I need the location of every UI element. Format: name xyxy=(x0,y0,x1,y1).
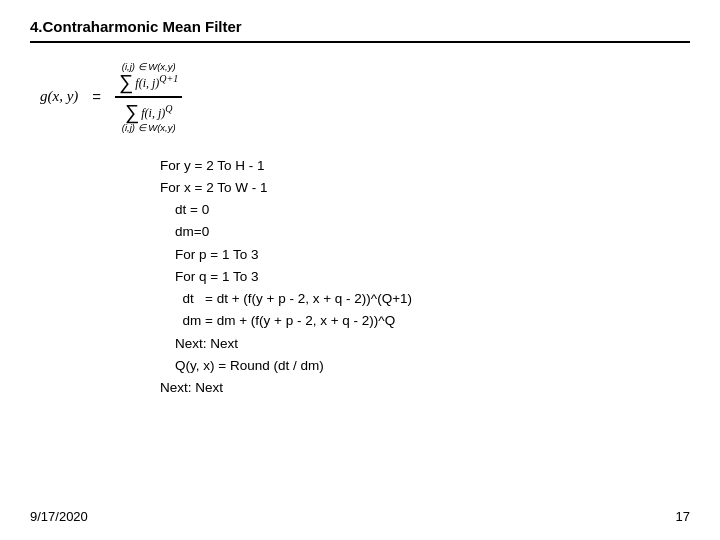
formula-row: g(x, y) = (i,j) ∈ W(x,y) ∑ f(i, j)Q+1 xyxy=(40,59,690,135)
code-line: For y = 2 To H - 1 xyxy=(160,155,690,177)
denominator-sum-symbol: ∑ xyxy=(125,102,139,122)
numerator-func: f(i, j)Q+1 xyxy=(135,73,178,91)
formula-gxy: g(x, y) xyxy=(40,88,78,105)
code-line: For x = 2 To W - 1 xyxy=(160,177,690,199)
footer: 9/17/2020 17 xyxy=(30,509,690,524)
fraction: (i,j) ∈ W(x,y) ∑ f(i, j)Q+1 ∑ f(i, j)Q xyxy=(115,59,182,135)
code-line: Next: Next xyxy=(160,377,690,399)
header-section: 4.Contraharmonic Mean Filter xyxy=(30,18,690,43)
code-block: For y = 2 To H - 1For x = 2 To W - 1 dt … xyxy=(160,155,690,400)
numerator-sum-symbol: ∑ xyxy=(119,72,133,92)
denominator-func: f(i, j)Q xyxy=(141,103,172,121)
footer-page: 17 xyxy=(676,509,690,524)
page-container: 4.Contraharmonic Mean Filter g(x, y) = (… xyxy=(0,0,720,540)
denominator-subscript: (i,j) ∈ W(x,y) xyxy=(122,122,176,133)
code-line: For p = 1 To 3 xyxy=(160,244,690,266)
fraction-line xyxy=(115,96,182,98)
numerator: (i,j) ∈ W(x,y) ∑ f(i, j)Q+1 xyxy=(115,59,182,94)
code-line: dm=0 xyxy=(160,221,690,243)
footer-date: 9/17/2020 xyxy=(30,509,88,524)
equals-sign: = xyxy=(92,88,101,105)
code-line: For q = 1 To 3 xyxy=(160,266,690,288)
denominator: ∑ f(i, j)Q (i,j) ∈ W(x,y) xyxy=(118,100,180,135)
code-line: Q(y, x) = Round (dt / dm) xyxy=(160,355,690,377)
code-line: dm = dm + (f(y + p - 2, x + q - 2))^Q xyxy=(160,310,690,332)
code-line: dt = dt + (f(y + p - 2, x + q - 2))^(Q+1… xyxy=(160,288,690,310)
code-line: Next: Next xyxy=(160,333,690,355)
code-line: dt = 0 xyxy=(160,199,690,221)
content-area: g(x, y) = (i,j) ∈ W(x,y) ∑ f(i, j)Q+1 xyxy=(30,59,690,399)
page-title: 4.Contraharmonic Mean Filter xyxy=(30,18,242,35)
